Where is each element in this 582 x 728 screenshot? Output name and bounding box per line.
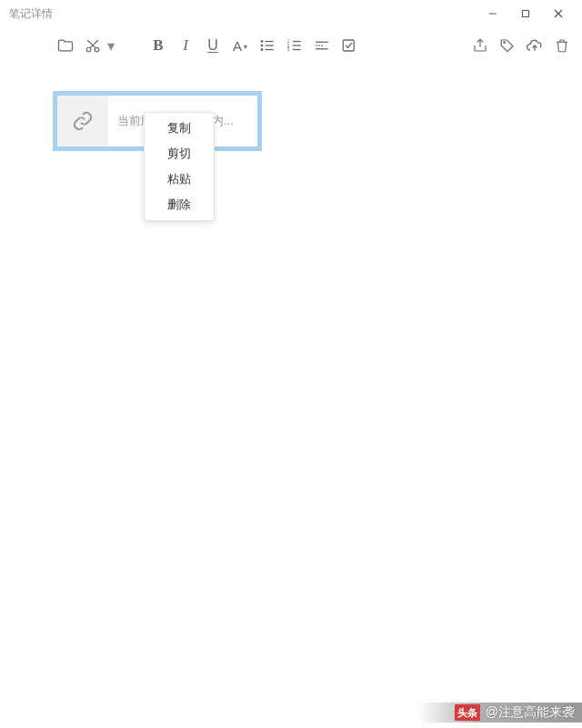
- menu-item-copy[interactable]: 复制: [145, 116, 214, 141]
- watermark: 头条 @注意高能来袭: [418, 703, 582, 723]
- svg-point-9: [261, 45, 263, 46]
- toolbar: ▾ B I U A▾ 123: [0, 27, 582, 64]
- tag-icon[interactable]: [495, 33, 520, 58]
- chevron-down-icon[interactable]: ▾: [107, 37, 115, 55]
- svg-point-4: [86, 47, 91, 52]
- svg-point-24: [504, 42, 506, 44]
- svg-text:3: 3: [287, 47, 290, 52]
- svg-point-5: [95, 47, 99, 52]
- context-menu: 复制 剪切 粘贴 删除: [144, 112, 215, 221]
- checklist-icon[interactable]: [336, 33, 362, 58]
- minimize-button[interactable]: [477, 0, 509, 27]
- ordered-list-icon[interactable]: 123: [282, 33, 307, 58]
- underline-button[interactable]: U: [200, 33, 226, 58]
- share-icon[interactable]: [467, 33, 493, 58]
- close-button[interactable]: [542, 0, 575, 27]
- svg-rect-1: [523, 11, 529, 17]
- svg-point-8: [261, 41, 263, 43]
- maximize-button[interactable]: [509, 0, 542, 27]
- font-color-button[interactable]: A▾: [227, 33, 253, 58]
- titlebar: 笔记详情: [0, 0, 582, 27]
- divider-icon[interactable]: [309, 33, 335, 58]
- watermark-logo: 头条: [455, 704, 480, 721]
- watermark-text: @注意高能来袭: [486, 704, 575, 721]
- chevron-down-icon: ▾: [244, 43, 247, 51]
- bold-button[interactable]: B: [146, 33, 171, 58]
- svg-rect-23: [343, 40, 354, 51]
- menu-item-delete[interactable]: 删除: [145, 192, 214, 217]
- cloud-upload-icon[interactable]: [522, 33, 547, 58]
- italic-button[interactable]: I: [173, 33, 198, 58]
- folder-icon[interactable]: [53, 33, 78, 58]
- trash-icon[interactable]: [549, 33, 575, 58]
- cut-icon[interactable]: [80, 33, 105, 58]
- window-title: 笔记详情: [7, 6, 53, 22]
- unordered-list-icon[interactable]: [255, 33, 280, 58]
- svg-point-10: [261, 49, 263, 51]
- menu-item-paste[interactable]: 粘贴: [145, 167, 214, 192]
- window-controls: [477, 0, 575, 27]
- link-icon: [57, 96, 108, 147]
- menu-item-cut[interactable]: 剪切: [145, 141, 214, 167]
- editor-area[interactable]: 当前版本不支持该内...: [0, 64, 582, 160]
